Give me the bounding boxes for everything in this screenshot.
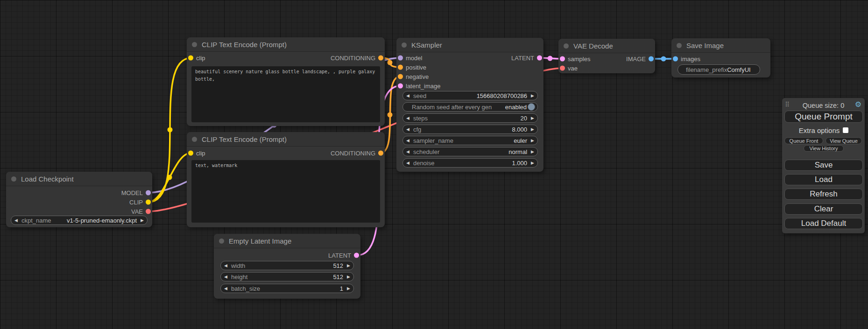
prompt-textarea[interactable]: beautiful scenery nature glass bottle la… [191,66,380,122]
node-ksampler[interactable]: KSampler model LATENT positive negative … [396,38,543,172]
ckpt-name-widget[interactable]: ◀ ckpt_name v1-5-pruned-emaonly.ckpt ▶ [11,216,148,225]
node-title-bar[interactable]: Empty Latent Image [214,234,360,248]
widget-name: ckpt_name [21,217,51,224]
increment-arrow-icon[interactable]: ▶ [531,127,534,132]
node-title: VAE Decode [573,42,613,50]
node-clip-text-encode-positive[interactable]: CLIP Text Encode (Prompt) clip CONDITION… [187,37,385,126]
output-port-conditioning[interactable] [378,56,383,61]
decrement-arrow-icon[interactable]: ◀ [224,287,227,291]
widget-value: 1.000 [512,160,528,167]
output-label: IMAGE [626,56,646,63]
input-label: images [681,56,700,63]
node-clip-text-encode-negative[interactable]: CLIP Text Encode (Prompt) clip CONDITION… [187,132,385,227]
toggle-ball-icon[interactable] [528,103,535,111]
input-port-latent-image[interactable] [398,84,403,89]
extra-options-checkbox[interactable] [843,127,848,133]
queue-front-button[interactable]: Queue Front [784,137,823,144]
node-vae-decode[interactable]: VAE Decode samples IMAGE vae [558,39,655,73]
output-port-conditioning[interactable] [378,151,383,156]
input-port-vae[interactable] [560,66,565,71]
decrement-arrow-icon[interactable]: ◀ [224,264,227,268]
increment-arrow-icon[interactable]: ▶ [347,264,350,268]
input-port-clip[interactable] [188,151,193,156]
increment-arrow-icon[interactable]: ▶ [141,218,144,223]
refresh-button[interactable]: Refresh [784,189,863,200]
batch-size-widget[interactable]: ◀ batch_size 1 ▶ [220,284,354,293]
sampler-name-widget[interactable]: ◀ sampler_name euler ▶ [402,136,538,145]
link-dot[interactable] [168,127,173,133]
seed-widget[interactable]: ◀ seed 156680208700286 ▶ [402,91,538,100]
decrement-arrow-icon[interactable]: ◀ [14,218,18,223]
increment-arrow-icon[interactable]: ▶ [531,94,534,98]
output-port-model[interactable] [146,190,151,196]
control-panel[interactable]: ⠿ Queue size: 0 ⚙ Queue Prompt Extra opt… [782,98,865,233]
widget-name: cfg [413,126,421,133]
output-port-latent[interactable] [537,56,542,61]
view-history-button[interactable]: View History [804,145,844,152]
denoise-widget[interactable]: ◀ denoise 1.000 ▶ [402,158,538,168]
increment-arrow-icon[interactable]: ▶ [531,161,534,165]
prompt-textarea[interactable]: text, watermark [191,160,380,223]
increment-arrow-icon[interactable]: ▶ [531,150,534,154]
link-dot[interactable] [661,56,666,62]
link-dot[interactable] [388,60,393,65]
queue-prompt-button[interactable]: Queue Prompt [784,111,863,123]
collapse-dot-icon[interactable] [677,43,682,48]
node-save-image[interactable]: Save Image images filename_prefix ComfyU… [671,38,770,77]
node-title-bar[interactable]: VAE Decode [558,39,655,53]
filename-prefix-widget[interactable]: filename_prefix ComfyUI [677,64,760,75]
output-port-vae[interactable] [146,209,151,214]
save-button[interactable]: Save [784,160,863,171]
collapse-dot-icon[interactable] [192,137,197,142]
cfg-widget[interactable]: ◀ cfg 8.000 ▶ [402,125,538,134]
scheduler-widget[interactable]: ◀ scheduler normal ▶ [402,147,538,156]
increment-arrow-icon[interactable]: ▶ [531,116,534,120]
link-dot[interactable] [388,112,393,118]
view-queue-button[interactable]: View Queue [826,137,862,144]
input-port-images[interactable] [673,56,678,62]
steps-widget[interactable]: ◀ steps 20 ▶ [402,113,538,123]
load-button[interactable]: Load [784,174,863,185]
input-port-negative[interactable] [398,74,403,79]
decrement-arrow-icon[interactable]: ◀ [406,139,409,143]
input-label: clip [196,55,205,62]
node-empty-latent-image[interactable]: Empty Latent Image LATENT ◀ width 512 ▶ … [214,234,360,299]
output-port-latent[interactable] [354,253,359,258]
collapse-dot-icon[interactable] [192,42,197,47]
link-dot[interactable] [167,175,172,180]
increment-arrow-icon[interactable]: ▶ [531,139,534,143]
decrement-arrow-icon[interactable]: ◀ [406,127,409,132]
link-dot[interactable] [548,56,553,61]
settings-gear-icon[interactable]: ⚙ [855,100,861,109]
height-widget[interactable]: ◀ height 512 ▶ [220,272,354,281]
node-title-bar[interactable]: Load Checkpoint [6,172,152,186]
collapse-dot-icon[interactable] [402,42,407,48]
collapse-dot-icon[interactable] [564,43,569,49]
input-port-samples[interactable] [560,56,565,62]
node-load-checkpoint[interactable]: Load Checkpoint MODEL CLIP VAE ◀ ckpt_na… [6,172,152,227]
decrement-arrow-icon[interactable]: ◀ [224,275,227,279]
node-title: CLIP Text Encode (Prompt) [202,41,287,49]
load-default-button[interactable]: Load Default [784,218,863,229]
decrement-arrow-icon[interactable]: ◀ [406,94,409,98]
collapse-dot-icon[interactable] [11,176,16,182]
clear-button[interactable]: Clear [784,203,863,215]
random-seed-toggle-widget[interactable]: Random seed after every gen enabled [402,102,538,112]
node-title-bar[interactable]: CLIP Text Encode (Prompt) [187,37,385,51]
decrement-arrow-icon[interactable]: ◀ [406,116,409,120]
input-label: negative [406,73,429,80]
input-port-model[interactable] [398,56,403,61]
increment-arrow-icon[interactable]: ▶ [347,287,350,291]
width-widget[interactable]: ◀ width 512 ▶ [220,261,354,270]
output-port-image[interactable] [649,56,654,62]
decrement-arrow-icon[interactable]: ◀ [406,161,409,165]
collapse-dot-icon[interactable] [219,238,224,244]
input-port-positive[interactable] [398,65,403,70]
output-port-clip[interactable] [146,200,151,205]
input-port-clip[interactable] [188,56,193,61]
node-title-bar[interactable]: CLIP Text Encode (Prompt) [187,132,385,146]
increment-arrow-icon[interactable]: ▶ [347,275,350,279]
node-title-bar[interactable]: Save Image [671,38,770,52]
node-title-bar[interactable]: KSampler [396,38,543,52]
decrement-arrow-icon[interactable]: ◀ [406,150,409,154]
